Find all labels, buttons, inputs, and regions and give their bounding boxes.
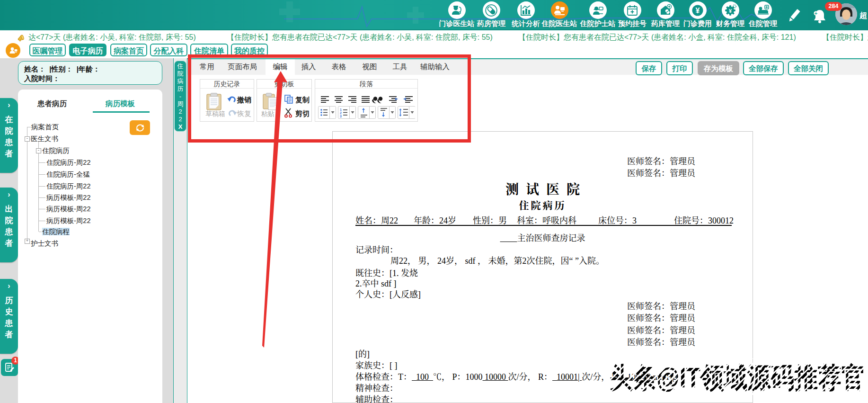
svg-text:¥: ¥ bbox=[729, 8, 732, 13]
svg-text:+: + bbox=[815, 10, 817, 16]
svg-text:¥: ¥ bbox=[696, 6, 700, 14]
